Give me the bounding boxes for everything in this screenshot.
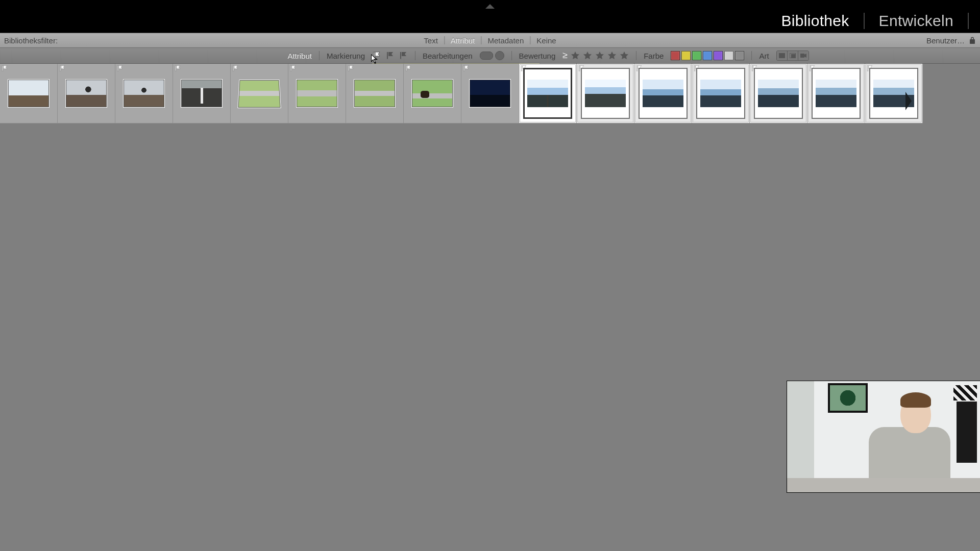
attribute-filter-bar: Attribut Markierung Nach Markierungsstat… — [0, 48, 980, 64]
thumbnail-cell[interactable] — [577, 64, 634, 123]
kind-virtualcopy-toggle[interactable] — [788, 51, 798, 60]
color-swatch-2[interactable] — [692, 51, 701, 60]
thumbnail-image — [585, 80, 626, 107]
thumbnail-cell[interactable] — [0, 64, 58, 123]
attr-separator — [319, 51, 320, 60]
color-swatch-4[interactable] — [714, 51, 723, 60]
reveal-panel-triangle-icon[interactable] — [485, 4, 495, 9]
webcam-overlay — [787, 381, 980, 492]
thumbnail-flag-icon[interactable] — [347, 65, 354, 72]
rating-star-2[interactable] — [583, 51, 592, 60]
filter-tab-text[interactable]: Text — [418, 33, 444, 47]
thumbnail-flag-icon[interactable] — [405, 65, 412, 72]
thumbnail-image — [238, 80, 280, 108]
kind-video-toggle[interactable] — [798, 51, 808, 60]
thumbnail-cell[interactable] — [58, 64, 115, 123]
kind-filter-label: Art — [759, 52, 769, 60]
thumbnail-cell[interactable] — [404, 64, 461, 123]
svg-rect-2 — [791, 54, 796, 58]
thumbnail-image — [758, 80, 799, 107]
thumbnail-image — [873, 80, 914, 107]
module-tab-develop[interactable]: Entwickeln — [879, 12, 953, 30]
rating-filter-group: ≥ — [562, 51, 629, 61]
attr-separator — [751, 51, 752, 60]
filter-tab-metadata[interactable]: Metadaten — [481, 33, 530, 47]
thumbnail-image — [181, 80, 222, 107]
thumbnail-cell[interactable] — [750, 64, 807, 123]
top-bar: Bibliothek Entwickeln — [0, 0, 980, 33]
thumbnail-image — [66, 80, 107, 107]
thumbnail-cell[interactable] — [519, 64, 577, 123]
svg-rect-3 — [800, 54, 804, 58]
attr-separator — [636, 51, 636, 60]
filter-tab-none[interactable]: Keine — [530, 33, 562, 47]
thumbnail-cell[interactable] — [231, 64, 288, 123]
thumbnail-flag-icon[interactable] — [232, 65, 239, 72]
attribute-section-label: Attribut — [287, 52, 312, 60]
thumbnail-cell[interactable] — [807, 64, 865, 123]
thumbnail-flag-icon[interactable] — [289, 65, 297, 72]
edits-filter-group — [480, 51, 504, 60]
flag-rejected-icon[interactable] — [399, 51, 408, 60]
module-tab-library[interactable]: Bibliothek — [781, 12, 849, 30]
rating-star-3[interactable] — [595, 51, 604, 60]
thumbnail-cell[interactable] — [173, 64, 231, 123]
color-filter-group — [671, 51, 744, 60]
rating-filter-label: Bewertung — [519, 52, 556, 60]
rating-star-1[interactable] — [571, 51, 580, 60]
rating-operator-button[interactable]: ≥ — [562, 50, 568, 61]
thumbnail-cell[interactable] — [461, 64, 519, 123]
edits-filter-label: Bearbeitungen — [423, 52, 473, 60]
svg-rect-0 — [779, 53, 785, 58]
flag-filter-label: Markierung — [327, 52, 365, 60]
thumbnail-image — [412, 80, 453, 107]
flag-unflagged-icon[interactable] — [385, 51, 395, 60]
flag-filter-group: Nach Markierungsstatus (Nur markierte) f… — [372, 51, 408, 60]
thumbnail-cell[interactable] — [865, 64, 923, 123]
color-swatch-5[interactable] — [724, 51, 733, 60]
color-swatch-6[interactable] — [735, 51, 744, 60]
thumbnail-flag-icon[interactable] — [462, 65, 470, 72]
thumbnail-row — [0, 64, 980, 123]
filter-tab-attribute[interactable]: Attribut — [445, 33, 481, 47]
thumbnail-image — [354, 80, 395, 107]
filter-lock-icon[interactable] — [969, 36, 976, 44]
thumbnail-flag-icon[interactable] — [116, 65, 124, 72]
color-filter-label: Farbe — [644, 52, 664, 60]
color-swatch-3[interactable] — [703, 51, 712, 60]
filter-preset-dropdown[interactable]: Benutzer… — [926, 36, 965, 45]
thumbnail-image — [816, 80, 856, 107]
attr-separator — [511, 51, 512, 60]
attr-separator — [415, 51, 415, 60]
kind-filter-group — [776, 51, 809, 61]
thumbnail-image — [297, 80, 337, 107]
edits-unedited-toggle[interactable] — [495, 51, 504, 60]
library-filter-label: Bibliotheksfilter: — [0, 36, 58, 45]
thumbnail-flag-icon[interactable] — [174, 65, 181, 72]
module-tabs: Bibliothek Entwickeln — [781, 12, 969, 30]
thumbnail-cell[interactable] — [346, 64, 404, 123]
color-swatch-0[interactable] — [671, 51, 680, 60]
rating-star-5[interactable] — [620, 51, 629, 60]
thumbnail-cell[interactable] — [115, 64, 173, 123]
rating-star-4[interactable] — [607, 51, 617, 60]
module-separator — [864, 13, 865, 29]
thumbnail-flag-icon[interactable] — [59, 65, 66, 72]
thumbnail-flag-icon[interactable] — [1, 65, 8, 72]
module-separator — [968, 13, 969, 29]
edits-edited-toggle[interactable] — [480, 52, 493, 60]
thumbnail-image — [8, 80, 49, 107]
color-swatch-1[interactable] — [681, 51, 691, 60]
grid-view[interactable] — [0, 64, 980, 551]
filter-tabs: Text Attribut Metadaten Keine — [418, 33, 562, 47]
thumbnail-image — [643, 80, 683, 107]
thumbnail-image — [470, 80, 510, 107]
thumbnail-image — [700, 80, 741, 107]
thumbnail-cell[interactable] — [288, 64, 346, 123]
thumbnail-image — [124, 80, 164, 107]
kind-master-toggle[interactable] — [777, 51, 788, 60]
thumbnail-cell[interactable] — [692, 64, 750, 123]
library-filter-bar: Bibliotheksfilter: Text Attribut Metadat… — [0, 33, 980, 48]
thumbnail-cell[interactable] — [634, 64, 692, 123]
thumbnail-image — [527, 80, 568, 107]
